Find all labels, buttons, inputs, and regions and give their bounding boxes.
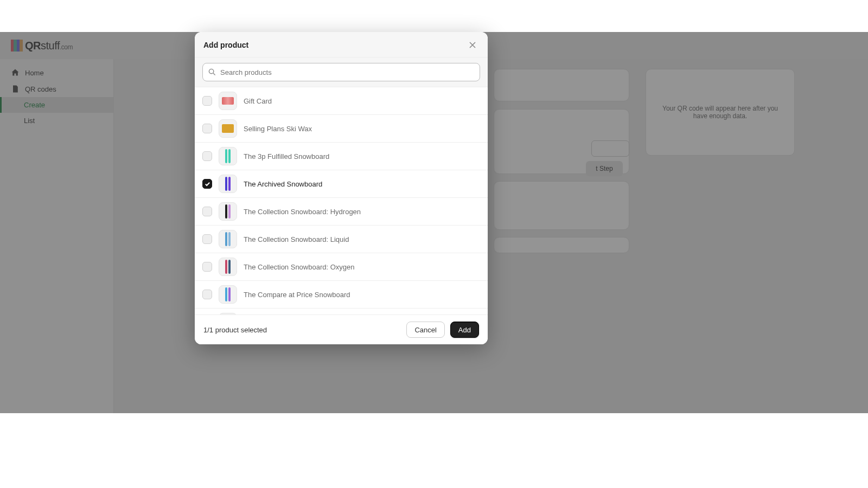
product-checkbox[interactable] [202, 290, 212, 299]
product-row[interactable]: The Collection Snowboard: Hydrogen [195, 198, 488, 226]
modal-search-wrap [195, 57, 488, 87]
product-name: Gift Card [244, 97, 272, 105]
product-thumbnail [219, 175, 237, 193]
search-field[interactable] [202, 63, 480, 81]
product-thumbnail [219, 92, 237, 110]
product-row[interactable]: The Collection Snowboard: Oxygen [195, 253, 488, 281]
search-icon [208, 68, 216, 76]
product-checkbox[interactable] [202, 234, 212, 244]
product-name: The Compare at Price Snowboard [244, 291, 350, 299]
product-thumbnail [219, 202, 237, 221]
product-thumbnail [219, 119, 237, 138]
product-checkbox[interactable] [202, 124, 212, 133]
product-checkbox[interactable] [202, 207, 212, 216]
product-row[interactable]: The Compare at Price Snowboard [195, 281, 488, 309]
check-icon [205, 181, 210, 187]
product-row[interactable]: The 3p Fulfilled Snowboard [195, 143, 488, 170]
product-checkbox[interactable] [202, 179, 212, 189]
close-button[interactable] [466, 38, 479, 52]
search-input[interactable] [220, 68, 474, 76]
cancel-button[interactable]: Cancel [406, 322, 444, 338]
product-thumbnail [219, 285, 237, 304]
footer-actions: Cancel Add [406, 322, 479, 338]
product-name: The Archived Snowboard [244, 180, 322, 188]
product-name: The 3p Fulfilled Snowboard [244, 152, 329, 160]
product-row[interactable]: The Archived Snowboard [195, 170, 488, 198]
svg-point-0 [209, 69, 213, 73]
product-row[interactable]: Selling Plans Ski Wax [195, 115, 488, 143]
product-row[interactable]: The Complete Snowboard [195, 309, 488, 314]
modal-title: Add product [203, 41, 248, 49]
product-list[interactable]: Gift Card Selling Plans Ski Wax The 3p F… [195, 87, 488, 314]
product-thumbnail [219, 147, 237, 165]
product-row[interactable]: The Collection Snowboard: Liquid [195, 226, 488, 253]
product-name: The Collection Snowboard: Hydrogen [244, 208, 361, 216]
modal-header: Add product [195, 32, 488, 57]
product-checkbox[interactable] [202, 151, 212, 161]
add-button[interactable]: Add [450, 322, 479, 338]
product-checkbox[interactable] [202, 262, 212, 272]
add-product-modal: Add product Gift Card Selling Plans Ski … [195, 32, 488, 344]
modal-footer: 1/1 product selected Cancel Add [195, 314, 488, 344]
product-name: Selling Plans Ski Wax [244, 125, 312, 133]
product-name: The Collection Snowboard: Oxygen [244, 263, 355, 271]
close-icon [469, 41, 476, 49]
selection-status: 1/1 product selected [203, 326, 267, 334]
product-row[interactable]: Gift Card [195, 87, 488, 115]
product-checkbox[interactable] [202, 96, 212, 106]
product-thumbnail [219, 230, 237, 248]
product-thumbnail [219, 258, 237, 276]
product-name: The Collection Snowboard: Liquid [244, 235, 349, 243]
